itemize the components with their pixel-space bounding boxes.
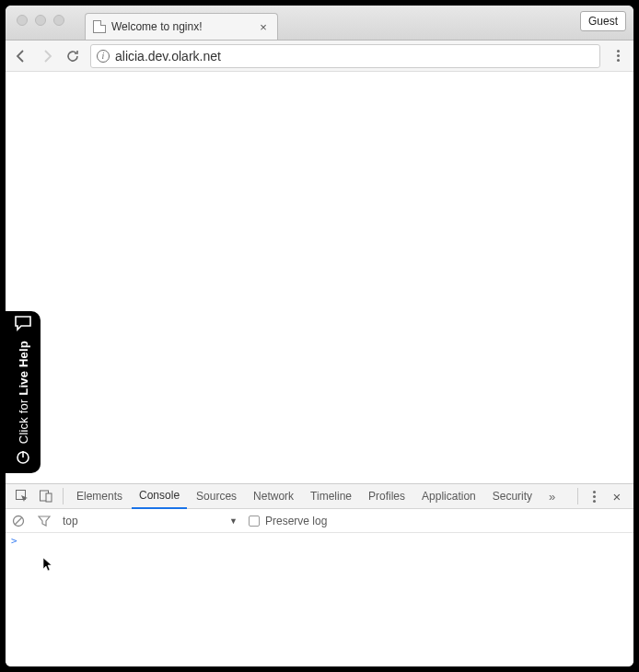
context-selector[interactable]: top ▼ (63, 515, 238, 527)
close-window-icon[interactable] (17, 15, 28, 26)
titlebar: Welcome to nginx! × Guest (6, 6, 633, 41)
browser-tab[interactable]: Welcome to nginx! × (85, 13, 278, 40)
window-controls (17, 15, 64, 26)
preserve-log-checkbox[interactable] (249, 516, 260, 527)
page-viewport: Click for Live Help (6, 72, 633, 483)
context-label: top (63, 515, 78, 527)
close-devtools-icon[interactable]: × (606, 484, 628, 509)
forward-button[interactable] (39, 48, 55, 64)
guest-button[interactable]: Guest (580, 11, 626, 31)
url-text: alicia.dev.olark.net (115, 49, 221, 64)
devtools-panel: Elements Console Sources Network Timelin… (6, 483, 633, 666)
svg-line-6 (15, 517, 22, 525)
tab-application[interactable]: Application (414, 484, 483, 509)
minimize-window-icon[interactable] (35, 15, 46, 26)
console-body[interactable]: > (6, 533, 633, 666)
live-help-label: Click for Live Help (17, 341, 30, 444)
clear-console-icon[interactable] (11, 514, 26, 528)
preserve-log-option[interactable]: Preserve log (249, 515, 327, 527)
page-icon (93, 20, 106, 33)
address-bar[interactable]: i alicia.dev.olark.net (90, 44, 600, 68)
tab-console[interactable]: Console (132, 484, 187, 509)
nav-toolbar: i alicia.dev.olark.net (6, 41, 633, 72)
inspect-element-icon[interactable] (11, 484, 33, 509)
tab-sources[interactable]: Sources (189, 484, 244, 509)
tab-title: Welcome to nginx! (111, 20, 203, 33)
devtools-tabbar: Elements Console Sources Network Timelin… (6, 484, 633, 509)
chat-bubble-icon (14, 315, 32, 331)
tab-elements[interactable]: Elements (69, 484, 130, 509)
mouse-cursor-icon (42, 557, 53, 572)
live-help-widget[interactable]: Click for Live Help (6, 311, 41, 473)
console-prompt: > (11, 535, 17, 547)
back-button[interactable] (13, 48, 29, 64)
close-tab-icon[interactable]: × (257, 20, 270, 33)
tab-profiles[interactable]: Profiles (361, 484, 412, 509)
tab-timeline[interactable]: Timeline (303, 484, 359, 509)
power-icon (15, 449, 31, 466)
preserve-log-label: Preserve log (265, 515, 327, 527)
device-toggle-icon[interactable] (35, 484, 57, 509)
filter-icon[interactable] (37, 514, 52, 528)
devtools-menu-icon[interactable] (586, 491, 602, 503)
separator (577, 488, 578, 504)
tab-network[interactable]: Network (246, 484, 301, 509)
guest-label: Guest (588, 15, 618, 28)
svg-rect-4 (46, 493, 52, 502)
chevron-down-icon: ▼ (229, 516, 238, 526)
overflow-tabs-icon[interactable]: » (541, 484, 560, 509)
browser-window: Welcome to nginx! × Guest i alicia.dev.o… (6, 6, 633, 666)
console-toolbar: top ▼ Preserve log (6, 509, 633, 533)
site-info-icon[interactable]: i (97, 50, 110, 63)
tab-security[interactable]: Security (485, 484, 540, 509)
reload-button[interactable] (64, 48, 81, 64)
separator (63, 488, 64, 504)
zoom-window-icon[interactable] (53, 15, 64, 26)
browser-menu-icon[interactable] (610, 50, 626, 62)
